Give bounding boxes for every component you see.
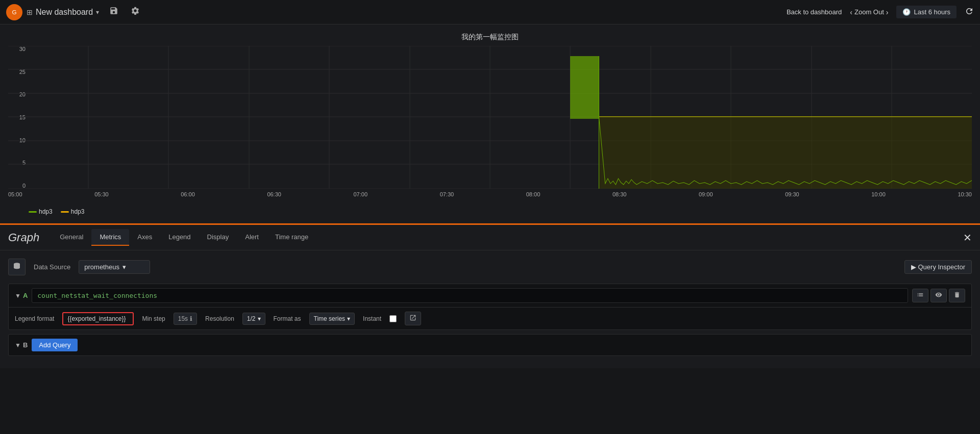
settings-button[interactable] <box>129 4 142 20</box>
add-query-button[interactable]: Add Query <box>32 339 78 351</box>
query-b-collapse-button[interactable]: ▼ B <box>15 341 28 349</box>
min-step-info-icon: ℹ <box>190 315 192 322</box>
tab-display[interactable]: Display <box>199 229 237 246</box>
resolution-select[interactable]: 1/2 ▾ <box>242 313 265 325</box>
query-b-label: B <box>23 341 28 349</box>
chart-svg <box>8 46 972 189</box>
query-a-label: A <box>23 292 28 299</box>
tab-axes[interactable]: Axes <box>129 229 160 246</box>
add-query-row: ▼ B Add Query <box>9 335 971 355</box>
chart-legend: hdp3 hdp3 <box>8 204 972 219</box>
min-step-value: 15s ℹ <box>174 313 197 325</box>
legend-label-1: hdp3 <box>71 208 85 215</box>
query-b-collapse-arrow-icon: ▼ <box>15 342 21 349</box>
datasource-select[interactable]: prometheus ▾ <box>79 260 150 274</box>
svg-text:G: G <box>12 9 16 15</box>
time-range-icon: 🕐 <box>902 8 911 16</box>
topbar-left: G ⊞ New dashboard ▾ <box>6 4 142 20</box>
format-caret-icon: ▾ <box>347 315 350 322</box>
query-inspector-label: Query Inspector <box>918 263 966 271</box>
chart-container: 我的第一幅监控图 30 25 20 15 10 5 0 <box>0 24 980 223</box>
query-a-collapse-arrow-icon: ▼ <box>15 292 21 299</box>
query-a-expression-input[interactable] <box>32 288 908 303</box>
resolution-value: 1/2 <box>247 315 256 322</box>
editor-header: Graph General Metrics Axes Legend Displa… <box>0 225 980 250</box>
query-row-a-header: ▼ A <box>9 284 971 308</box>
min-step-label: Min step <box>142 315 165 322</box>
query-a-toggle-visibility-button[interactable] <box>930 289 947 302</box>
topbar-right: Back to dashboard ‹ Zoom Out › 🕐 Last 6 … <box>787 6 974 18</box>
resolution-label: Resolution <box>205 315 234 322</box>
zoom-controls: ‹ Zoom Out › <box>850 8 888 16</box>
zoom-label: Zoom Out <box>854 8 884 16</box>
save-button[interactable] <box>107 4 120 20</box>
datasource-label: Data Source <box>34 263 70 271</box>
dashboard-title-group[interactable]: ⊞ New dashboard ▾ <box>27 8 99 17</box>
query-a-actions <box>912 289 965 302</box>
format-value: Time series <box>314 315 346 322</box>
svg-rect-22 <box>599 117 972 189</box>
query-row-a: ▼ A <box>8 284 972 330</box>
legend-format-label: Legend format <box>15 315 54 322</box>
query-a-link-button[interactable] <box>405 312 421 325</box>
datasource-caret-icon: ▾ <box>122 263 126 271</box>
format-select[interactable]: Time series ▾ <box>309 313 355 325</box>
query-a-options-row: Legend format Min step 15s ℹ Resolution … <box>9 308 971 329</box>
dashboard-title: New dashboard <box>36 8 93 17</box>
metrics-content: Data Source prometheus ▾ ▶ Query Inspect… <box>0 250 980 368</box>
query-row-b: ▼ B Add Query <box>8 334 972 356</box>
editor-tabs: General Metrics Axes Legend Display Aler… <box>52 229 963 246</box>
grafana-logo[interactable]: G <box>6 4 22 20</box>
query-inspector-button[interactable]: ▶ Query Inspector <box>904 260 972 274</box>
database-icon <box>13 262 21 272</box>
panel-type-title: Graph <box>8 231 39 244</box>
legend-item-1[interactable]: hdp3 <box>61 208 85 215</box>
tab-legend[interactable]: Legend <box>160 229 199 246</box>
back-to-dashboard-button[interactable]: Back to dashboard <box>787 8 842 16</box>
min-step-text: 15s <box>178 315 188 322</box>
close-editor-button[interactable]: ✕ <box>963 232 972 244</box>
x-axis-labels: 05:00 05:30 06:00 06:30 07:00 07:30 08:0… <box>8 190 972 197</box>
legend-format-input[interactable] <box>62 312 134 325</box>
format-as-label: Format as <box>274 315 301 322</box>
dashboard-grid-icon: ⊞ <box>27 8 33 16</box>
topbar-actions: ⊞ New dashboard ▾ <box>27 4 142 20</box>
zoom-left-button[interactable]: ‹ <box>850 8 852 16</box>
dashboard-title-caret: ▾ <box>96 9 99 16</box>
datasource-icon-btn[interactable] <box>8 259 26 275</box>
query-a-collapse-button[interactable]: ▼ A <box>15 292 28 299</box>
query-a-toggle-editor-button[interactable] <box>912 289 928 302</box>
query-a-delete-button[interactable] <box>949 289 965 302</box>
query-inspector-arrow-icon: ▶ <box>911 263 916 271</box>
time-range-picker[interactable]: 🕐 Last 6 hours <box>896 6 957 18</box>
resolution-caret-icon: ▾ <box>258 315 261 322</box>
tab-time-range[interactable]: Time range <box>267 229 316 246</box>
legend-item-0[interactable]: hdp3 <box>29 208 53 215</box>
topbar: G ⊞ New dashboard ▾ Back to dashboard <box>0 0 980 24</box>
chart-title: 我的第一幅监控图 <box>8 33 972 42</box>
time-range-label: Last 6 hours <box>914 8 950 16</box>
legend-label-0: hdp3 <box>39 208 53 215</box>
zoom-right-button[interactable]: › <box>886 8 889 16</box>
editor-panel: Graph General Metrics Axes Legend Displa… <box>0 223 980 368</box>
refresh-button[interactable] <box>965 7 974 18</box>
legend-color-0 <box>29 211 37 213</box>
tab-metrics[interactable]: Metrics <box>91 229 129 246</box>
datasource-value: prometheus <box>84 263 119 271</box>
svg-rect-20 <box>570 56 599 119</box>
legend-color-1 <box>61 211 69 213</box>
tab-general[interactable]: General <box>52 229 91 246</box>
instant-checkbox[interactable] <box>389 315 397 322</box>
instant-label: Instant <box>363 315 381 322</box>
datasource-row: Data Source prometheus ▾ ▶ Query Inspect… <box>8 259 972 275</box>
tab-alert[interactable]: Alert <box>237 229 267 246</box>
chart-area: 05:00 05:30 06:00 06:30 07:00 07:30 08:0… <box>8 46 972 204</box>
